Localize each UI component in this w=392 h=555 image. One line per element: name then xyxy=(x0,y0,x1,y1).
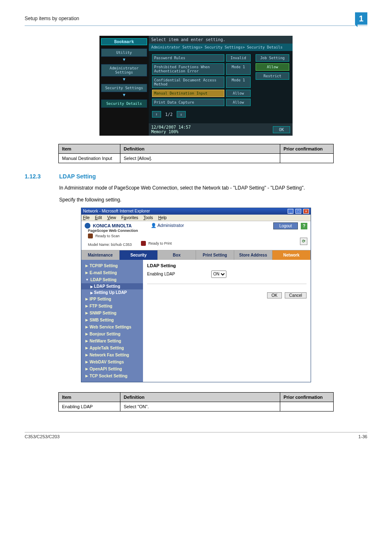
chevron-down-icon: ▼ xyxy=(101,93,147,97)
sidebar-email[interactable]: ▶E-mail Setting xyxy=(81,269,143,276)
menu-help[interactable]: Help xyxy=(158,215,167,220)
refresh-icon[interactable]: ⟳ xyxy=(300,238,307,245)
menu-favorites[interactable]: Favorites xyxy=(121,215,138,220)
section-number: 1.12.3 xyxy=(25,173,49,180)
menu-edit[interactable]: Edit xyxy=(95,215,102,220)
sidebar-bonjour[interactable]: ▶Bonjour Setting xyxy=(81,331,143,338)
th-definition: Definition xyxy=(120,392,280,402)
device-path: Administrator Settings> Security Setting… xyxy=(149,44,293,51)
td-prior xyxy=(280,154,334,163)
device-row: Password Rules Invalid xyxy=(152,54,251,62)
form-cancel-button[interactable]: Cancel xyxy=(285,292,307,298)
device-list: Password Rules Invalid Prohibited Functi… xyxy=(152,54,251,106)
chapter-badge: 1 xyxy=(355,12,367,25)
section-paragraph-1: In Administrator mode of PageScope Web C… xyxy=(59,185,367,192)
admin-label: Administrator xyxy=(157,223,184,228)
admin-icon: 👤 xyxy=(151,223,157,228)
close-icon[interactable]: × xyxy=(303,209,309,214)
sidebar-netware[interactable]: ▶NetWare Setting xyxy=(81,338,143,345)
device-pager: ↑ 1/2 ↓ xyxy=(152,111,289,118)
manual-dest-button[interactable]: Manual Destination Input xyxy=(152,90,224,97)
td-prior xyxy=(280,402,334,411)
device-row: Print Data Capture Allow xyxy=(152,99,251,106)
sidebar-openapi[interactable]: ▶OpenAPI Setting xyxy=(81,365,143,372)
sidebar-smb[interactable]: ▶SMB Setting xyxy=(81,317,143,324)
crumb-utility[interactable]: Utility xyxy=(101,49,147,57)
menu-tools[interactable]: Tools xyxy=(143,215,153,220)
sidebar-network-fax[interactable]: ▶Network Fax Setting xyxy=(81,352,143,358)
td-definition: Select [Allow]. xyxy=(120,154,280,163)
tab-maintenance[interactable]: Maintenance xyxy=(81,250,120,260)
sidebar-sub-ldap-setting[interactable]: ▶ LDAP Setting xyxy=(81,283,143,289)
logout-button[interactable]: Logout xyxy=(273,222,298,229)
page-header-title: Setup items by operation xyxy=(25,16,79,21)
sidebar-tcpip[interactable]: ▶TCP/IP Setting xyxy=(81,262,143,269)
scanner-icon xyxy=(88,234,93,238)
manual-dest-value: Allow xyxy=(226,90,251,97)
sidebar-webdav[interactable]: ▶WebDAV Settings xyxy=(81,358,143,365)
maximize-icon[interactable]: □ xyxy=(295,209,301,214)
device-row: Manual Destination Input Allow xyxy=(152,90,251,97)
section-title: LDAP Setting xyxy=(59,173,96,180)
sidebar-ftp[interactable]: ▶FTP Setting xyxy=(81,303,143,310)
device-row: Confidential Document Access Method Mode… xyxy=(152,76,251,88)
menu-view[interactable]: View xyxy=(107,215,116,220)
webconn-label: PageScope Web Connection xyxy=(88,229,138,233)
sidebar-ipp[interactable]: ▶IPP Setting xyxy=(81,296,143,303)
browser-menubar: File Edit View Favorites Tools Help xyxy=(81,215,311,221)
tab-security[interactable]: Security xyxy=(120,250,158,260)
tab-store-address[interactable]: Store Address xyxy=(234,250,272,260)
bookmark-button[interactable]: Bookmark xyxy=(101,38,147,45)
td-definition: Select "ON". xyxy=(120,402,280,411)
sidebar-web-service[interactable]: ▶Web Service Settings xyxy=(81,324,143,331)
password-rules-value: Invalid xyxy=(226,54,251,62)
tab-box[interactable]: Box xyxy=(158,250,196,260)
chevron-down-icon: ▼ xyxy=(101,58,147,62)
crumb-admin[interactable]: Administrator Settings xyxy=(101,64,147,76)
menu-file[interactable]: File xyxy=(83,215,90,220)
device-panel: Bookmark Utility ▼ Administrator Setting… xyxy=(99,36,293,136)
sidebar-ldap[interactable]: ▼LDAP Setting xyxy=(81,276,143,283)
device-ok-button[interactable]: OK xyxy=(273,126,290,133)
form-ok-button[interactable]: OK xyxy=(267,292,282,298)
crumb-security-settings[interactable]: Security Settings xyxy=(101,84,147,92)
help-icon[interactable]: ? xyxy=(301,223,307,229)
password-rules-button[interactable]: Password Rules xyxy=(152,54,224,62)
prohibited-functions-value: Mode 1 xyxy=(226,63,251,75)
prohibited-functions-button[interactable]: Prohibited Functions When Authentication… xyxy=(152,63,224,75)
page-down-button[interactable]: ↓ xyxy=(177,111,186,118)
brand-name: KONICA MINOLTA xyxy=(93,223,132,228)
status-scan: Ready to Scan xyxy=(95,234,120,238)
th-prior: Prior confirmation xyxy=(280,144,334,154)
th-item: Item xyxy=(59,144,120,154)
print-data-capture-button[interactable]: Print Data Capture xyxy=(152,99,224,106)
page-up-button[interactable]: ↑ xyxy=(152,111,161,118)
device-prompt: Select item and enter setting. xyxy=(149,36,293,44)
crumb-security-details[interactable]: Security Details xyxy=(101,99,147,108)
browser-main: LDAP Setting Enabling LDAP ON OK Cancel xyxy=(143,260,311,382)
section-paragraph-2: Specify the following setting. xyxy=(59,197,367,204)
printer-icon xyxy=(141,241,146,246)
minimize-icon[interactable]: _ xyxy=(288,209,293,214)
restrict-button[interactable]: Restrict xyxy=(256,72,289,80)
th-item: Item xyxy=(59,392,120,402)
enabling-ldap-select[interactable]: ON xyxy=(211,271,226,278)
form-label: Enabling LDAP xyxy=(147,272,205,276)
form-title: LDAP Setting xyxy=(147,263,307,268)
sidebar-appletalk[interactable]: ▶AppleTalk Setting xyxy=(81,345,143,352)
confidential-doc-button[interactable]: Confidential Document Access Method xyxy=(152,76,224,88)
sidebar-sub-setting-up-ldap[interactable]: ▶ Setting Up LDAP xyxy=(81,289,143,296)
sidebar-tcp-socket[interactable]: ▶TCP Socket Setting xyxy=(81,372,143,379)
allow-button[interactable]: Allow xyxy=(256,63,289,71)
tab-network[interactable]: Network xyxy=(272,250,311,260)
device-row: Prohibited Functions When Authentication… xyxy=(152,63,251,75)
model-label: Model Name: bizhub C353 xyxy=(88,243,132,247)
chevron-down-icon: ▼ xyxy=(101,77,147,81)
browser-sidebar: ▶TCP/IP Setting ▶E-mail Setting ▼LDAP Se… xyxy=(81,260,143,382)
tab-print-setting[interactable]: Print Setting xyxy=(196,250,234,260)
definition-table-2: Item Definition Prior confirmation Enabl… xyxy=(58,392,334,412)
sidebar-snmp[interactable]: ▶SNMP Setting xyxy=(81,310,143,317)
job-setting-button[interactable]: Job Setting xyxy=(256,54,289,62)
footer-left: C353/C253/C203 xyxy=(25,434,60,439)
device-breadcrumb-col: Bookmark Utility ▼ Administrator Setting… xyxy=(99,36,149,136)
